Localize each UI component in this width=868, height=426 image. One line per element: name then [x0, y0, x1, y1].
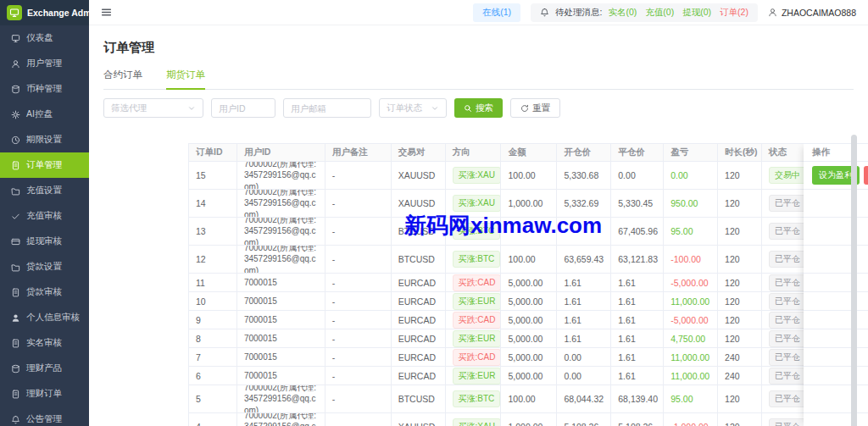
doc-icon	[11, 288, 20, 297]
operation-cell	[804, 274, 868, 292]
cell-pair: EURCAD	[392, 311, 446, 329]
user-id-input[interactable]	[211, 98, 275, 118]
order-row: 157000002(所属代理:3457299156@qq.com)-XAUUSD…	[189, 162, 804, 190]
cell-pair: EURCAD	[392, 329, 446, 347]
cell-duration: 120	[718, 190, 762, 217]
brand: Exchange Admin	[0, 0, 89, 25]
main-content: 订单管理 合约订单期货订单 筛选代理 订单状态 搜索 重置 订单ID用	[89, 25, 868, 426]
cell-pnl: 0.00	[664, 162, 718, 189]
sidebar-item-orders[interactable]: 订单管理	[0, 152, 89, 178]
cell-user-id: 7000002(所属代理:3457299156@qq.com)	[237, 413, 326, 426]
search-button[interactable]: 搜索	[454, 98, 503, 118]
cell-pnl: 11,000.00	[664, 367, 718, 385]
message-count-realname[interactable]: 实名(0)	[609, 7, 637, 19]
bell-icon	[11, 415, 20, 424]
table-scrollbar[interactable]	[851, 135, 857, 426]
cell-pnl: 11,000.00	[664, 348, 718, 366]
sidebar-item-loan-settings[interactable]: 贷款设置	[0, 254, 89, 279]
cell-user-id: 7000002(所属代理:3457299156@qq.com)	[237, 162, 326, 189]
status-badge: 已平仓	[769, 330, 804, 347]
online-badge[interactable]: 在线(1)	[473, 3, 520, 22]
status-badge: 已平仓	[769, 251, 804, 268]
order-row: 97000015-EURCAD买跌:CAD5,000.001.611.61-5,…	[189, 311, 804, 329]
order-row: 67000015-EURCAD买涨:EUR5,000.000.001.6111,…	[189, 367, 804, 385]
user-menu[interactable]: ZHAOCAIMAO888	[768, 8, 856, 18]
cell-open-price: 63,659.43	[557, 246, 611, 273]
cell-amount: 5,000.00	[501, 348, 557, 366]
operation-cell: 设为盈利设为亏损异常处理	[804, 162, 868, 190]
cell-pair: XAUUSD	[392, 162, 446, 189]
order-row: 47000002(所属代理:3457299156@qq.com)-XAUUSD买…	[189, 413, 804, 426]
sidebar-item-recharge-settings[interactable]: 充值设置	[0, 178, 89, 203]
card-icon	[11, 237, 20, 246]
tab-contract-orders[interactable]: 合约订单	[103, 69, 142, 89]
set-loss-button[interactable]: 设为亏损	[864, 166, 868, 185]
cell-open-price: 5,330.68	[557, 162, 611, 189]
cell-status: 已平仓	[762, 348, 804, 366]
cell-amount: 100.00	[501, 246, 557, 273]
sidebar-item-announcements[interactable]: 公告管理	[0, 407, 89, 426]
agent-filter-select[interactable]: 筛选代理	[103, 98, 203, 118]
cell-status-header: 状态	[762, 144, 804, 161]
message-count-recharge[interactable]: 充值(0)	[645, 7, 674, 19]
order-row: 87000015-EURCAD买涨:EUR5,000.001.611.614,7…	[189, 329, 804, 348]
direction-badge: 买跌:CAD	[453, 312, 502, 329]
cell-user-id: 7000002(所属代理:3457299156@qq.com)	[237, 246, 326, 273]
message-count-order[interactable]: 订单(2)	[720, 7, 748, 19]
cell-pair: BTCUSD	[392, 246, 446, 273]
order-row: 77000015-EURCAD买跌:CAD5,000.000.001.6111,…	[189, 348, 804, 367]
sidebar-item-profile-audit[interactable]: 个人信息审核	[0, 305, 89, 330]
cell-close-price: 1.61	[611, 274, 664, 291]
topbar-right: 在线(1) 待处理消息: 实名(0)充值(0)提现(0)订单(2) ZHAOCA…	[473, 3, 856, 22]
cell-close-price: 5,108.26	[611, 413, 664, 426]
doc-icon	[11, 161, 20, 170]
cell-user-note-header: 用户备注	[326, 144, 392, 161]
coins-icon	[11, 85, 20, 94]
cell-pair: EURCAD	[392, 367, 446, 385]
sidebar-item-wealth-products[interactable]: 理财产品	[0, 356, 89, 381]
sidebar-item-users[interactable]: 用户管理	[0, 51, 89, 76]
reset-button[interactable]: 重置	[510, 98, 560, 118]
cell-pnl: 95.00	[664, 218, 718, 245]
table-main: 订单ID用户ID用户备注交易对方向金额开仓价平仓价盈亏时长(秒)状态157000…	[188, 143, 804, 426]
sidebar-item-label: 币种管理	[26, 83, 62, 95]
sidebar-item-label: 理财订单	[26, 388, 62, 400]
cell-duration: 120	[718, 413, 762, 426]
sidebar-item-dashboard[interactable]: 仪表盘	[0, 25, 89, 51]
status-badge: 已平仓	[769, 195, 804, 212]
message-count-withdraw[interactable]: 提现(0)	[682, 7, 711, 19]
cell-direction: 买涨:BTC	[446, 246, 502, 273]
doc-icon	[11, 339, 20, 348]
cell-close-price-header: 平仓价	[611, 144, 664, 161]
sidebar-item-coins[interactable]: 币种管理	[0, 76, 89, 102]
cell-duration: 120	[718, 329, 762, 347]
cell-duration: 120	[718, 311, 762, 329]
hamburger-icon[interactable]	[101, 7, 112, 18]
table-header-row: 订单ID用户ID用户备注交易对方向金额开仓价平仓价盈亏时长(秒)状态	[189, 143, 804, 162]
cell-order-id: 6	[189, 367, 237, 385]
cell-order-id: 8	[189, 329, 237, 347]
cell-close-price: 67,405.96	[611, 218, 664, 245]
sidebar-item-loan-audit[interactable]: 贷款审核	[0, 279, 89, 305]
operation-cell	[804, 190, 868, 218]
cell-order-id: 5	[189, 385, 237, 412]
cell-direction: 买涨:EUR	[446, 367, 502, 385]
order-status-placeholder: 订单状态	[387, 102, 422, 114]
sidebar-item-ai-control[interactable]: AI控盘	[0, 102, 89, 127]
tab-futures-orders[interactable]: 期货订单	[166, 69, 205, 90]
user-email-input[interactable]	[283, 98, 371, 118]
direction-badge: 买涨:BTC	[453, 390, 501, 407]
sidebar-item-withdraw-audit[interactable]: 提现审核	[0, 229, 89, 254]
sidebar-item-realname-audit[interactable]: 实名审核	[0, 330, 89, 356]
status-badge: 已平仓	[769, 312, 804, 329]
sidebar-item-period-settings[interactable]: 期限设置	[0, 127, 89, 152]
order-status-select[interactable]: 订单状态	[379, 98, 447, 118]
coins-icon	[11, 364, 20, 373]
cell-order-id: 11	[189, 274, 237, 291]
order-row: 117000015-EURCAD买跌:CAD5,000.001.611.61-5…	[189, 274, 804, 292]
brand-title: Exchange Admin	[27, 8, 99, 18]
sidebar-item-wealth-orders[interactable]: 理财订单	[0, 381, 89, 407]
sidebar-item-recharge-audit[interactable]: 充值审核	[0, 203, 89, 229]
operation-cell	[804, 311, 868, 329]
cell-user-id: 7000015	[237, 367, 326, 385]
